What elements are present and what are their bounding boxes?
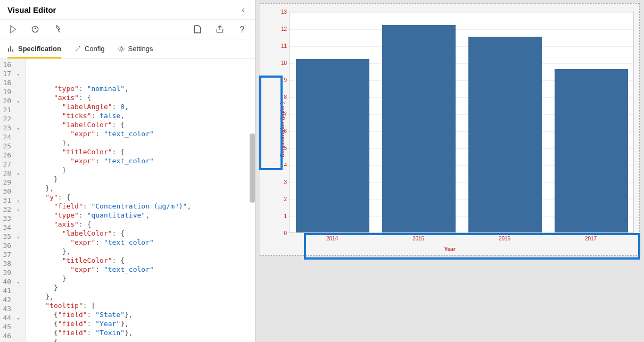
code-line[interactable]: } — [29, 174, 252, 183]
line-number: 36 — [1, 241, 20, 250]
line-number: 37 — [1, 250, 20, 259]
export-icon[interactable] — [214, 24, 225, 35]
code-line[interactable]: "titleColor": { — [29, 147, 252, 156]
y-tick: 3 — [278, 179, 287, 185]
code-line[interactable]: "type": "nominal", — [29, 84, 252, 93]
code-line[interactable]: } — [29, 283, 252, 292]
line-number: 44 ▾ — [1, 313, 20, 322]
title-bar: Visual Editor ‹ — [0, 0, 255, 20]
gear-icon — [118, 45, 125, 53]
tab-config[interactable]: Config — [74, 39, 105, 59]
auto-apply-icon[interactable] — [30, 24, 40, 35]
line-number: 41 — [1, 286, 20, 295]
line-number: 31 ▾ — [1, 196, 20, 205]
line-number: 20 ▾ — [1, 96, 20, 105]
y-tick: 0 — [278, 230, 287, 236]
line-number: 22 — [1, 114, 20, 123]
plot-area — [289, 12, 634, 233]
x-axis-label: Year — [444, 246, 455, 252]
code-line[interactable]: }, — [29, 138, 252, 147]
code-line[interactable]: "tooltip": [ — [29, 301, 252, 310]
code-line[interactable]: "expr": "text_color" — [29, 238, 252, 247]
line-number: 35 ▾ — [1, 232, 20, 241]
repair-icon[interactable] — [52, 24, 63, 35]
code-line[interactable]: "labelAngle": 0, — [29, 102, 252, 111]
tab-settings-label: Settings — [128, 45, 153, 53]
play-icon[interactable] — [7, 24, 18, 35]
line-number: 40 ▾ — [1, 277, 20, 286]
tab-config-label: Config — [85, 45, 105, 53]
code-line[interactable]: "axis": { — [29, 93, 252, 102]
y-tick: 6 — [278, 128, 287, 134]
line-number: 29 — [1, 178, 20, 187]
code-editor[interactable]: 16 17 ▾18 19 20 ▾21 22 23 ▾24 25 26 27 2… — [0, 59, 255, 342]
code-line[interactable]: "titleColor": { — [29, 256, 252, 265]
line-number: 18 — [1, 78, 20, 87]
code-line[interactable]: "expr": "text_color" — [29, 129, 252, 138]
code-line[interactable]: "expr": "text_color" — [29, 156, 252, 165]
tab-specification[interactable]: Specification — [7, 39, 61, 59]
preview-panel: Concentration (µg/m³) Year 0123456789101… — [255, 0, 644, 342]
tab-bar: Specification Config Settings — [0, 39, 255, 59]
workspace: Visual Editor ‹ — [0, 0, 644, 342]
line-number: 43 — [1, 304, 20, 313]
code-line[interactable]: } — [29, 274, 252, 283]
scrollbar-thumb[interactable] — [250, 134, 255, 203]
line-number: 32 ▾ — [1, 205, 20, 214]
new-spec-icon[interactable] — [192, 24, 203, 35]
chart-container: Concentration (µg/m³) Year 0123456789101… — [260, 3, 640, 256]
code-line[interactable]: "ticks": false, — [29, 111, 252, 120]
bar[interactable] — [468, 37, 542, 232]
line-number: 42 — [1, 295, 20, 304]
line-number: 45 — [1, 322, 20, 331]
code-line[interactable]: { — [29, 337, 252, 342]
y-tick: 10 — [278, 60, 287, 66]
code-line[interactable]: {"field": "Year"}, — [29, 319, 252, 328]
line-number: 27 — [1, 160, 20, 169]
y-tick: 9 — [278, 77, 287, 83]
line-number: 38 — [1, 259, 20, 268]
code-line[interactable]: } — [29, 165, 252, 174]
line-number: 24 — [1, 132, 20, 141]
y-tick: 5 — [278, 145, 287, 151]
y-tick: 12 — [278, 26, 287, 32]
line-number: 46 — [1, 331, 20, 340]
collapse-panel-button[interactable]: ‹ — [238, 4, 247, 15]
wand-icon — [74, 45, 81, 53]
code-line[interactable]: {"field": "Toxin"}, — [29, 328, 252, 337]
svg-point-2 — [120, 47, 122, 50]
line-number: 28 ▾ — [1, 169, 20, 178]
bar[interactable] — [555, 69, 628, 232]
bar[interactable] — [382, 25, 456, 232]
code-line[interactable]: "expr": "text_color" — [29, 265, 252, 274]
editor-panel: Visual Editor ‹ — [0, 0, 255, 342]
code-line[interactable]: "labelColor": { — [29, 229, 252, 238]
code-line[interactable]: }, — [29, 247, 252, 256]
line-number: 16 — [1, 60, 20, 69]
bar[interactable] — [296, 59, 369, 232]
y-tick: 13 — [278, 9, 287, 15]
code-line[interactable]: }, — [29, 183, 252, 193]
tab-specification-label: Specification — [18, 45, 61, 53]
y-tick: 1 — [278, 213, 287, 219]
code-line[interactable]: "field": "Concentration (µg/m³)", — [29, 202, 252, 211]
x-tick: 2014 — [326, 236, 338, 241]
code-line[interactable]: "y": { — [29, 193, 252, 202]
code-line[interactable]: "type": "quantitative", — [29, 211, 252, 220]
grid-line — [290, 46, 633, 47]
line-number: 30 — [1, 187, 20, 196]
y-tick: 4 — [278, 162, 287, 168]
x-tick: 2015 — [412, 236, 424, 241]
code-line[interactable]: "labelColor": { — [29, 120, 252, 129]
chart-icon — [7, 45, 15, 53]
code-line[interactable]: "axis": { — [29, 220, 252, 229]
line-number: 26 — [1, 151, 20, 160]
tab-settings[interactable]: Settings — [118, 39, 153, 59]
code-line[interactable]: }, — [29, 292, 252, 301]
code-line[interactable]: {"field": "State"}, — [29, 310, 252, 319]
help-icon[interactable]: ? — [237, 24, 247, 35]
line-number: 23 ▾ — [1, 123, 20, 132]
code-area[interactable]: "type": "nominal", "axis": { "labelAngle… — [26, 59, 255, 342]
grid-line — [290, 12, 633, 13]
toolbar: ? — [0, 20, 255, 39]
